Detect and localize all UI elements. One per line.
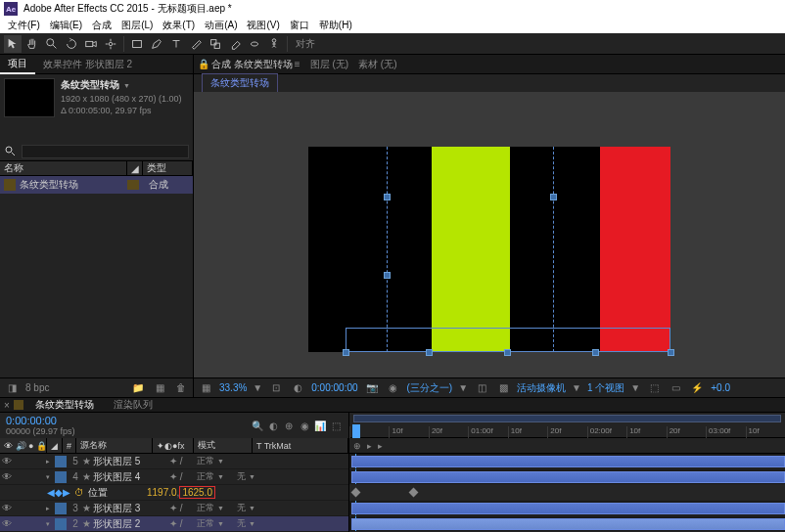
exposure[interactable]: +0.0 — [711, 382, 730, 393]
eraser-tool-icon[interactable] — [226, 35, 244, 53]
visibility-icon[interactable]: 👁 — [0, 456, 14, 466]
project-item[interactable]: 条纹类型转场 合成 — [0, 176, 193, 194]
zoom-tool-icon[interactable] — [43, 35, 61, 53]
track-bar[interactable] — [349, 454, 785, 469]
trash-icon[interactable]: 🗑 — [173, 381, 189, 395]
out-icon[interactable]: ▸ — [378, 441, 383, 451]
label-icon[interactable] — [55, 503, 67, 514]
menu-animation[interactable]: 动画(A) — [201, 19, 241, 32]
text-tool-icon[interactable] — [167, 35, 185, 53]
track-bar[interactable] — [349, 516, 785, 532]
roi-icon[interactable]: ◫ — [474, 381, 489, 395]
menu-window[interactable]: 窗口 — [286, 19, 313, 32]
snapshot-icon[interactable]: 📷 — [364, 381, 380, 395]
shape-red[interactable] — [600, 147, 670, 352]
rotate-tool-icon[interactable] — [63, 35, 80, 53]
mask-icon[interactable]: ◐ — [290, 381, 305, 395]
comp-tab-locked[interactable]: 🔒 合成 条纹类型转场 ≡ — [198, 58, 300, 71]
keyframe-track[interactable] — [349, 485, 785, 501]
composition-canvas[interactable] — [308, 147, 670, 352]
label-icon[interactable] — [55, 471, 67, 483]
new-folder-icon[interactable]: 📁 — [130, 381, 146, 395]
layer-row[interactable]: 👁 ▾ 2 ★ 形状图层 2 ✦ / 正常▼ 无▼ — [0, 516, 348, 532]
grid-icon[interactable]: ▦ — [198, 381, 213, 395]
render-queue-tab[interactable]: 渲染队列 — [106, 398, 161, 412]
visibility-icon[interactable]: 👁 — [0, 503, 14, 513]
shape-green[interactable] — [432, 147, 510, 352]
search-icon[interactable] — [4, 145, 18, 158]
selection-tool-icon[interactable] — [4, 35, 22, 53]
pen-tool-icon[interactable] — [148, 35, 165, 53]
tl-mb-icon[interactable]: ◉ — [298, 421, 311, 431]
work-area-bar[interactable] — [353, 415, 781, 422]
menu-view[interactable]: 视图(V) — [243, 19, 283, 32]
puppet-tool-icon[interactable] — [265, 35, 283, 53]
track-bar[interactable] — [349, 469, 785, 485]
col-name[interactable]: 名称 — [0, 161, 127, 175]
layer-row[interactable]: 👁 ▸ 5 ★ 形状图层 5 ✦ / 正常▼ — [0, 454, 348, 469]
col-source-name[interactable]: 源名称 — [76, 438, 153, 453]
hand-tool-icon[interactable] — [23, 35, 41, 53]
col-mode[interactable]: 模式 — [194, 438, 253, 453]
menu-layer[interactable]: 图层(L) — [117, 19, 157, 32]
roto-tool-icon[interactable] — [246, 35, 263, 53]
comp-subtab[interactable]: 条纹类型转场 — [202, 73, 278, 93]
show-channel-icon[interactable]: ◉ — [386, 381, 401, 395]
keyframe-nav-icon[interactable]: ◀◆▶ — [47, 487, 70, 498]
layer-row[interactable]: 👁 ▸ 3 ★ 形状图层 3 ✦ / 正常▼ 无▼ — [0, 501, 348, 516]
timeline-tracks[interactable]: 10f20f 01:00f10f20f 02:00f10f20f 03:00f1… — [349, 413, 785, 532]
col-type[interactable]: 类型 — [143, 161, 193, 175]
timeline-time[interactable]: 0:00:00:00 — [6, 415, 75, 426]
resolution[interactable]: (三分之一) — [407, 381, 453, 395]
new-comp-icon[interactable]: ▦ — [152, 381, 167, 395]
clone-tool-icon[interactable] — [207, 35, 224, 53]
effects-controls-tab[interactable]: 效果控件 形状图层 2 — [35, 55, 140, 74]
visibility-icon[interactable]: 👁 — [0, 471, 14, 482]
stopwatch-icon[interactable]: ⏱ — [74, 487, 84, 498]
menu-effect[interactable]: 效果(T) — [159, 19, 199, 32]
menu-composition[interactable]: 合成 — [88, 19, 115, 32]
source-tab[interactable]: 素材 (无) — [358, 58, 396, 71]
transparency-icon[interactable]: ▩ — [495, 381, 511, 395]
parent-icon[interactable]: ⊕ — [353, 441, 361, 451]
viewport[interactable] — [194, 92, 785, 377]
tl-fx-icon[interactable]: ⊕ — [282, 421, 296, 431]
layer-tab[interactable]: 图层 (无) — [310, 58, 348, 71]
search-input[interactable] — [22, 145, 189, 158]
pixel-aspect-icon[interactable]: ▭ — [668, 381, 683, 395]
visibility-icon[interactable]: 👁 — [0, 518, 14, 529]
rect-tool-icon[interactable] — [128, 35, 146, 53]
property-row[interactable]: ◀◆▶ ⏱ 位置 1197.0, 1625.0 — [0, 485, 348, 501]
timeline-ruler[interactable]: 10f20f 01:00f10f20f 02:00f10f20f 03:00f1… — [349, 413, 785, 438]
layer-row[interactable]: 👁 ▾ 4 ★ 形状图层 4 ✦ / 正常▼ 无▼ — [0, 469, 348, 485]
anchor-tool-icon[interactable] — [102, 35, 119, 53]
timeline-comp-tab[interactable]: 条纹类型转场 — [27, 398, 102, 412]
brush-tool-icon[interactable] — [187, 35, 205, 53]
active-camera[interactable]: 活动摄像机 — [517, 381, 566, 395]
menu-help[interactable]: 帮助(H) — [315, 19, 356, 32]
view-layout[interactable]: 1 个视图 — [587, 381, 624, 395]
label-icon[interactable] — [55, 518, 67, 530]
in-icon[interactable]: ▸ — [367, 441, 372, 451]
camera-tool-icon[interactable] — [82, 35, 100, 53]
safe-zones-icon[interactable]: ⊡ — [268, 381, 284, 395]
interpret-footage-icon[interactable]: ◨ — [4, 381, 20, 395]
label-icon[interactable] — [55, 456, 67, 467]
col-label-icon[interactable]: ◢ — [127, 161, 143, 175]
col-trkmat[interactable]: T TrkMat — [253, 438, 348, 453]
fast-preview-icon[interactable]: ⚡ — [689, 381, 705, 395]
menu-file[interactable]: 文件(F) — [4, 19, 44, 32]
3d-view-icon[interactable]: ⬚ — [646, 381, 662, 395]
menu-bar[interactable]: 文件(F) 编辑(E) 合成 图层(L) 效果(T) 动画(A) 视图(V) 窗… — [0, 18, 785, 33]
bpc-button[interactable]: 8 bpc — [25, 381, 49, 395]
current-time[interactable]: 0:00:00:00 — [311, 382, 357, 393]
tl-draft3d-icon[interactable]: ⬚ — [329, 421, 343, 431]
tl-shy-icon[interactable]: ◐ — [266, 421, 280, 431]
menu-edit[interactable]: 编辑(E) — [46, 19, 86, 32]
zoom-level[interactable]: 33.3% — [219, 382, 247, 393]
track-bar[interactable] — [349, 501, 785, 516]
comp-name[interactable]: 条纹类型转场 — [61, 78, 182, 92]
tl-graph-icon[interactable]: 📊 — [313, 421, 327, 431]
tl-search-icon[interactable]: 🔍 — [251, 421, 264, 431]
project-tab[interactable]: 项目 — [0, 55, 35, 74]
